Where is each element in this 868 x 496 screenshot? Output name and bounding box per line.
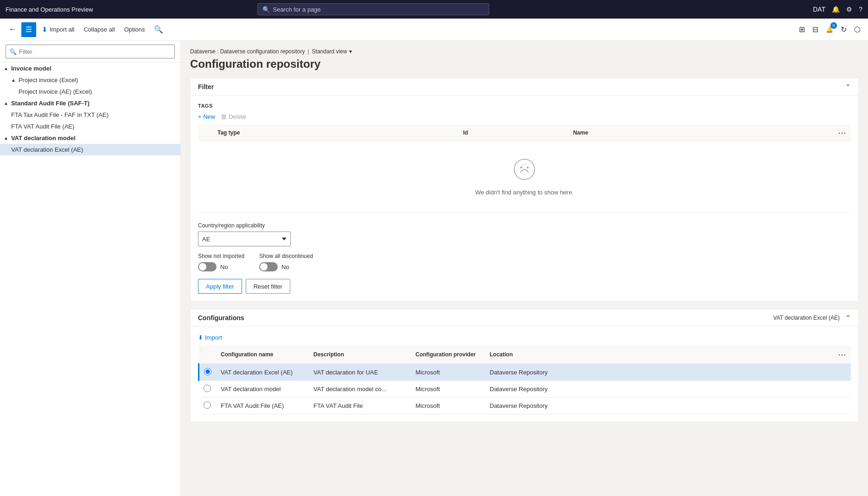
back-button[interactable]: ← <box>6 23 19 36</box>
tags-col-tagtype: Tag type <box>213 125 459 141</box>
config-cell-2: Microsoft <box>411 398 485 414</box>
tree-arrow-icon: ▲ <box>4 66 8 71</box>
top-bar: Finance and Operations Preview 🔍 Search … <box>0 0 868 19</box>
search-bar[interactable]: 🔍 Search for a page <box>257 3 489 15</box>
tags-table-header-row: Tag type Id Name ⋯ <box>198 125 851 141</box>
import-icon: ⬇ <box>42 26 48 34</box>
collapse-all-button[interactable]: Collapse all <box>80 22 118 37</box>
filter-collapse-button[interactable]: ⌃ <box>845 83 851 90</box>
config-col-radio <box>199 346 217 364</box>
config-table-body: VAT declaration Excel (AE)VAT declaratio… <box>199 364 851 414</box>
tree-item[interactable]: FTA Tax Audit File - FAF in TXT (AE) <box>0 109 180 121</box>
new-tag-button[interactable]: + New <box>198 113 215 120</box>
show-discontinued-control: No <box>259 262 313 271</box>
badge-icon[interactable]: 🔔 0 <box>824 24 835 35</box>
hamburger-button[interactable]: ☰ <box>21 22 36 37</box>
notification-icon[interactable]: 🔔 <box>832 6 840 13</box>
tags-empty-cell: We didn't find anything to show here. <box>198 141 851 213</box>
tree-arrow-icon: ▲ <box>11 77 16 83</box>
config-cell-1: VAT declaration for UAE <box>309 364 411 381</box>
tree-item[interactable]: ▲Project invoice (Excel) <box>0 74 180 86</box>
config-cell-0: VAT declaration model <box>216 381 309 398</box>
config-cell-3: Dataverse Repository <box>485 398 851 414</box>
config-col-desc: Description <box>309 346 411 364</box>
app-title: Finance and Operations Preview <box>6 6 93 13</box>
configurations-collapse-button[interactable]: ⌃ <box>845 314 851 322</box>
top-bar-right: DAT 🔔 ⚙ ? <box>813 6 862 13</box>
show-discontinued-toggle[interactable] <box>259 262 278 271</box>
filter-section-title: Filter <box>198 83 214 90</box>
show-not-imported-value: No <box>220 264 228 271</box>
tree-container: ▲Invoice model▲Project invoice (Excel)Pr… <box>0 63 180 155</box>
tree-item-label: Project invoice (AE) (Excel) <box>19 88 92 95</box>
open-icon[interactable]: ⬡ <box>852 23 862 36</box>
import-button[interactable]: ⬇ Import <box>198 334 222 346</box>
resize-handle[interactable] <box>179 41 180 496</box>
svg-point-2 <box>527 167 529 168</box>
tree-item[interactable]: ▲Invoice model <box>0 63 180 74</box>
filter-input-wrap: 🔍 <box>6 45 175 58</box>
config-cell-2: Microsoft <box>411 364 485 381</box>
delete-label: Delete <box>229 113 246 120</box>
config-row-radio[interactable] <box>204 368 211 375</box>
toggle-knob-2 <box>260 263 268 271</box>
tree-item-label: VAT declaration model <box>11 135 76 142</box>
tree-item-label: Invoice model <box>11 65 51 72</box>
command-search-icon[interactable]: 🔍 <box>154 25 163 34</box>
tags-empty-state: We didn't find anything to show here. <box>203 144 846 210</box>
tree-item[interactable]: ▲VAT declaration model <box>0 132 180 144</box>
breadcrumb-view[interactable]: Standard view ▾ <box>312 48 352 55</box>
tree-item-label: VAT declaration Excel (AE) <box>11 146 83 153</box>
breadcrumb-part1: Dataverse : Dataverse configuration repo… <box>190 48 305 55</box>
user-label: DAT <box>813 6 825 13</box>
tree-arrow-icon: ▲ <box>4 101 8 106</box>
filter-section-header: Filter ⌃ <box>191 78 858 96</box>
toggle-row: Show not imported No Show all discontinu… <box>198 253 851 271</box>
tree-item[interactable]: ▲Standard Audit File (SAF-T) <box>0 97 180 109</box>
filter-section-body: TAGS + New 🗑 Delete Tag type Id <box>191 96 858 301</box>
config-cell-2: Microsoft <box>411 381 485 398</box>
country-select[interactable]: AE US GB <box>198 232 291 246</box>
filter-input[interactable] <box>6 45 175 58</box>
filter-buttons: Apply filter Reset filter <box>198 279 851 294</box>
refresh-icon[interactable]: ↻ <box>839 23 849 36</box>
settings-icon[interactable]: ⚙ <box>846 6 852 13</box>
filter-section-card: Filter ⌃ TAGS + New 🗑 Delete Tag <box>190 78 859 302</box>
show-not-imported-toggle[interactable] <box>198 262 217 271</box>
import-all-label: Import all <box>50 26 74 33</box>
configurations-subtitle: VAT declaration Excel (AE) <box>773 315 840 321</box>
tree-item[interactable]: FTA VAT Audit File (AE) <box>0 121 180 132</box>
import-all-button[interactable]: ⬇ Import all <box>38 22 78 37</box>
config-cell-0: VAT declaration Excel (AE) <box>216 364 309 381</box>
table-row[interactable]: VAT declaration modelVAT declaration mod… <box>199 381 851 398</box>
config-row-radio[interactable] <box>204 385 211 392</box>
options-label: Options <box>124 26 145 33</box>
config-more-button[interactable]: ⋯ <box>838 349 846 360</box>
tags-more-button[interactable]: ⋯ <box>838 128 846 138</box>
table-row[interactable]: FTA VAT Audit File (AE)FTA VAT Audit Fil… <box>199 398 851 414</box>
options-button[interactable]: Options <box>121 22 149 37</box>
table-row[interactable]: VAT declaration Excel (AE)VAT declaratio… <box>199 364 851 381</box>
empty-state-message: We didn't find anything to show here. <box>475 189 574 196</box>
configurations-section-body: ⬇ Import Configuration name Description … <box>191 327 858 422</box>
show-not-imported-label: Show not imported <box>198 253 244 259</box>
main-layout: 🔍 ▲Invoice model▲Project invoice (Excel)… <box>0 41 868 496</box>
filter-search-icon: 🔍 <box>9 48 17 55</box>
grid-icon[interactable]: ⊞ <box>797 23 807 36</box>
tree-item[interactable]: VAT declaration Excel (AE) <box>0 144 180 155</box>
country-field: Country/region applicability AE US GB <box>198 222 851 246</box>
config-col-provider: Configuration provider <box>411 346 485 364</box>
delete-tag-button[interactable]: 🗑 Delete <box>221 113 246 120</box>
configurations-header-right: VAT declaration Excel (AE) ⌃ <box>773 314 851 322</box>
apply-filter-button[interactable]: Apply filter <box>198 279 242 294</box>
help-icon[interactable]: ? <box>859 6 862 13</box>
tags-toolbar: + New 🗑 Delete <box>198 113 851 120</box>
tags-col-radio <box>198 125 213 141</box>
layout-icon[interactable]: ⊟ <box>811 23 820 36</box>
tree-item-label: Project invoice (Excel) <box>19 77 78 84</box>
tree-item[interactable]: Project invoice (AE) (Excel) <box>0 86 180 97</box>
reset-filter-button[interactable]: Reset filter <box>246 279 290 294</box>
config-col-location: Location ⋯ <box>485 346 851 364</box>
breadcrumb: Dataverse : Dataverse configuration repo… <box>190 48 859 55</box>
config-row-radio[interactable] <box>204 401 211 409</box>
